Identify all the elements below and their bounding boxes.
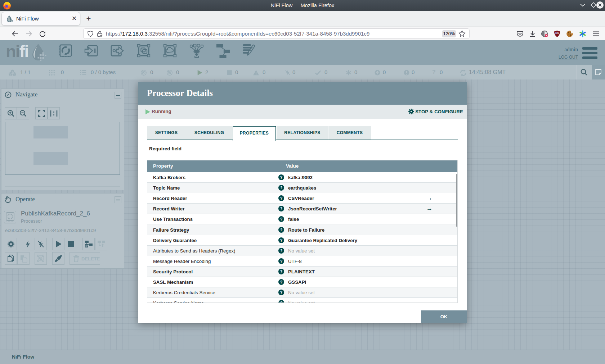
svg-text:UO: UO (555, 32, 559, 35)
